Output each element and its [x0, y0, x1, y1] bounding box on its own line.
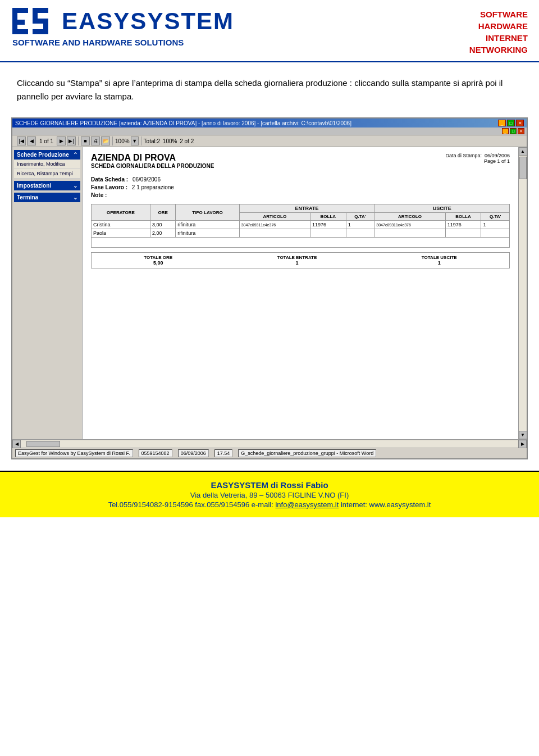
pages-display: 2 of 2 — [180, 138, 194, 144]
row1-articolo-e: 3047c09311c4e376 — [239, 221, 310, 229]
col-uscite-header: USCITE — [374, 204, 510, 213]
maximize-button[interactable]: □ — [507, 120, 515, 126]
footer-email-link[interactable]: info@easysystem.it — [275, 500, 339, 509]
doc-field-data-scheda: Data Scheda : 06/09/2006 — [91, 176, 510, 183]
minimize-button[interactable]: _ — [498, 120, 506, 126]
horizontal-scrollbar[interactable]: ◀ ▶ — [12, 439, 527, 448]
statusbar-app: EasyGest for Windows by EasySystem di Ro… — [15, 449, 133, 457]
toolbar-next-page[interactable]: ▶ — [57, 136, 66, 145]
doc-table-container: OPERATORE ORE TIPO LAVORO ENTRATE USCITE… — [91, 204, 510, 268]
row1-articolo-u: 3047c09311c4e376 — [374, 221, 445, 229]
scroll-up-button[interactable]: ▲ — [519, 147, 527, 156]
col-articolo-u: ARTICOLO — [374, 213, 445, 221]
row1-operatore: Cristina — [92, 221, 150, 229]
sidebar-arrow-schede: ⌃ — [73, 152, 77, 158]
scroll-left-button[interactable]: ◀ — [12, 440, 21, 448]
header-right-text: SOFTWARE HARDWARE INTERNET NETWORKING — [469, 6, 528, 56]
sidebar-section-termina: Termina ⌄ — [14, 193, 80, 202]
row2-qta-u — [481, 229, 510, 238]
toolbar-print[interactable]: 🖨 — [91, 136, 100, 145]
col-bolla-e: BOLLA — [310, 213, 346, 221]
close-button[interactable]: ✕ — [516, 120, 524, 126]
toolbar-open[interactable]: 📂 — [101, 136, 110, 145]
hscroll-track[interactable] — [21, 440, 518, 448]
sidebar-item-ricerca[interactable]: Ricerca, Ristampa Tempi — [14, 169, 80, 179]
page-header: EASYSYSTEM SOFTWARE AND HARDWARE SOLUTIO… — [0, 0, 539, 62]
sidebar-section-impostazioni: Impostazioni ⌄ — [14, 181, 80, 190]
footer-contact: Tel.055/9154082-9154596 fax.055/9154596 … — [11, 500, 528, 509]
doc-company-name: AZIENDA DI PROVA — [91, 153, 214, 163]
col-qta-u: Q.TA' — [481, 213, 510, 221]
page-footer: EASYSYSTEM di Rossi Fabio Via della Vetr… — [0, 471, 539, 517]
footer-company: EASYSYSTEM di Rossi Fabio — [11, 480, 528, 490]
row1-qta-u: 1 — [481, 221, 510, 229]
vertical-scrollbar[interactable]: ▲ ▼ — [518, 147, 527, 439]
scroll-thumb[interactable] — [519, 157, 527, 179]
sidebar-header-schede[interactable]: Schede Produzione ⌃ — [14, 150, 80, 160]
window-titlebar: SCHEDE GIORNALIERE PRODUZIONE [azienda: … — [12, 119, 527, 127]
doc-page-line: Page 1 of 1 — [445, 158, 510, 164]
header-internet: INTERNET — [469, 32, 528, 44]
scroll-track[interactable] — [519, 156, 527, 431]
mdi-minimize[interactable]: _ — [502, 128, 509, 134]
col-bolla-u: BOLLA — [445, 213, 481, 221]
col-articolo-e: ARTICOLO — [239, 213, 310, 221]
row2-ore: 2,00 — [150, 229, 175, 238]
doc-field-note: Note : — [91, 192, 510, 198]
doc-header: AZIENDA DI PROVA SCHEDA GIORNALIERA DELL… — [91, 153, 510, 174]
sidebar-section-schede: Schede Produzione ⌃ Inserimento, Modific… — [14, 150, 80, 179]
sidebar-item-inserimento[interactable]: Inserimento, Modifica — [14, 160, 80, 169]
row2-articolo-u — [374, 229, 445, 238]
toolbar-prev-page[interactable]: ◀ — [27, 136, 36, 145]
toolbar-last-page[interactable]: ▶| — [67, 136, 76, 145]
row2-operatore: Paola — [92, 229, 150, 238]
doc-date-area: Data di Stampa: 06/09/2006 Page 1 of 1 — [445, 153, 510, 164]
sidebar-arrow-impostazioni: ⌄ — [73, 183, 77, 189]
totals-row: TOTALE ORE 5,00 TOTALE ENTRATE 1 TOTALE … — [91, 252, 510, 268]
doc-subtitle: SCHEDA GIORNALIERA DELLA PRODUZIONE — [91, 163, 214, 169]
scroll-right-button[interactable]: ▶ — [518, 440, 527, 448]
status-bar: EasyGest for Windows by EasySystem di Ro… — [12, 448, 527, 458]
col-ore: ORE — [150, 204, 175, 221]
zoom-display: 100% — [115, 138, 130, 144]
toolbar-first-page[interactable]: |◀ — [17, 136, 26, 145]
header-networking: NETWORKING — [469, 44, 528, 56]
header-hardware: HARDWARE — [469, 20, 528, 32]
row1-qta-e: 1 — [346, 221, 374, 229]
window-main-area: Schede Produzione ⌃ Inserimento, Modific… — [12, 147, 527, 439]
col-operatore: OPERATORE — [92, 204, 150, 221]
statusbar-time: 17.54 — [214, 449, 233, 457]
statusbar-date: 06/09/2006 — [178, 449, 209, 457]
brand-name: EASYSYSTEM — [62, 8, 234, 35]
mdi-close[interactable]: ✕ — [518, 128, 524, 134]
toolbar-zoom-dropdown[interactable]: ▼ — [131, 136, 139, 145]
toolbar-stop[interactable]: ■ — [81, 136, 90, 145]
pagination-display: 1 of 1 — [37, 138, 56, 144]
app-window: SCHEDE GIORNALIERE PRODUZIONE [azienda: … — [11, 117, 528, 459]
col-qta-e: Q.TA' — [346, 213, 374, 221]
header-software: SOFTWARE — [469, 8, 528, 20]
window-title: SCHEDE GIORNALIERE PRODUZIONE [azienda: … — [15, 120, 351, 126]
row2-tipo: rifinitura — [176, 229, 239, 238]
totals-entrate: TOTALE ENTRATE 1 — [277, 255, 317, 266]
row2-articolo-e — [239, 229, 310, 238]
window-controls[interactable]: _ □ ✕ — [498, 120, 524, 126]
intro-text: Cliccando su “Stampa” si apre l’anteprim… — [17, 76, 522, 103]
row2-bolla-e — [310, 229, 346, 238]
logo-area: EASYSYSTEM SOFTWARE AND HARDWARE SOLUTIO… — [11, 6, 234, 47]
production-table: OPERATORE ORE TIPO LAVORO ENTRATE USCITE… — [91, 204, 510, 248]
svg-rect-8 — [33, 29, 48, 34]
svg-rect-2 — [12, 20, 25, 25]
doc-field-fase-lavoro: Fase Lavoro : 2 1 preparazione — [91, 184, 510, 190]
totals-ore: TOTALE ORE 5,00 — [144, 255, 172, 266]
sidebar-header-impostazioni[interactable]: Impostazioni ⌄ — [14, 181, 80, 190]
zoom-pct-display: 100% — [161, 138, 179, 144]
mdi-controls: _ □ ✕ — [12, 127, 527, 135]
sidebar-header-termina[interactable]: Termina ⌄ — [14, 193, 80, 202]
row1-bolla-u: 11976 — [445, 221, 481, 229]
mdi-restore[interactable]: □ — [510, 128, 517, 134]
scroll-down-button[interactable]: ▼ — [519, 431, 527, 439]
col-entrate-header: ENTRATE — [239, 204, 374, 213]
sidebar-arrow-termina: ⌄ — [73, 194, 77, 201]
hscroll-thumb[interactable] — [26, 441, 60, 447]
